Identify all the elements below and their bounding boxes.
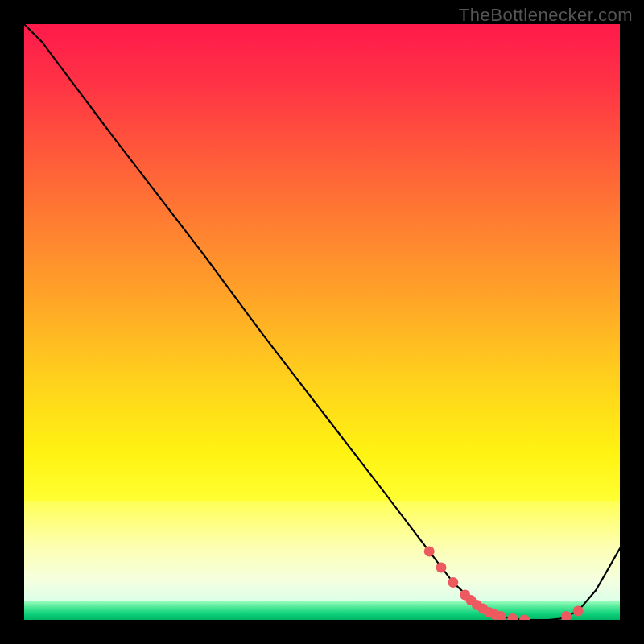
bottleneck-chart	[24, 24, 620, 620]
marker-point	[436, 562, 447, 572]
marker-point	[424, 546, 435, 556]
watermark: TheBottlenecker.com	[459, 5, 633, 26]
chart-svg	[24, 24, 620, 620]
green-band	[24, 601, 620, 620]
pale-band	[24, 501, 620, 601]
marker-point	[573, 605, 584, 616]
marker-point	[448, 577, 458, 588]
